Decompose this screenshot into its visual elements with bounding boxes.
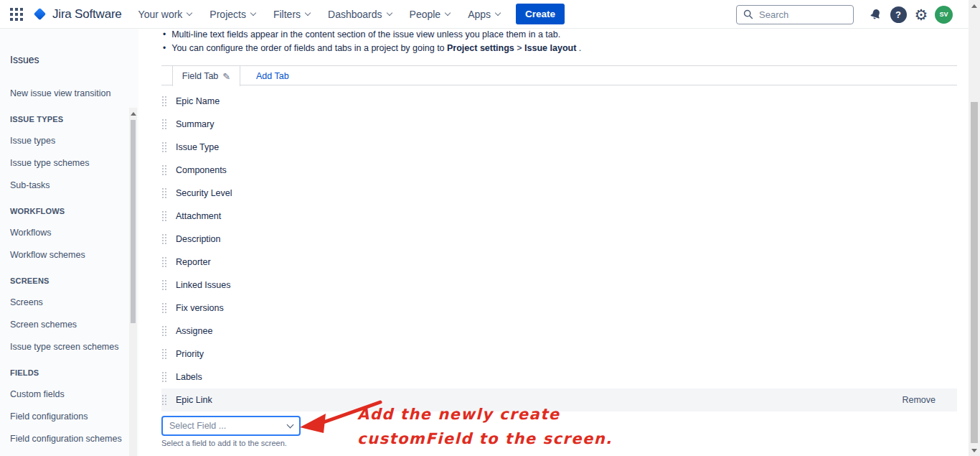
drag-handle-icon[interactable] bbox=[161, 256, 167, 268]
field-row[interactable]: Epic Name bbox=[161, 90, 957, 113]
chevron-down-icon bbox=[187, 9, 192, 15]
notifications-button[interactable] bbox=[864, 3, 887, 26]
field-label: Reporter bbox=[176, 257, 211, 267]
scroll-up-arrow-icon[interactable] bbox=[131, 112, 136, 116]
drag-handle-icon[interactable] bbox=[161, 164, 167, 176]
sidebar-scrollbar[interactable] bbox=[129, 108, 137, 456]
field-label: Components bbox=[176, 165, 227, 175]
sidebar-item[interactable]: Screen schemes bbox=[0, 314, 128, 336]
nav-menu-item[interactable]: Projects bbox=[209, 9, 255, 20]
field-row[interactable]: Fix versions bbox=[161, 297, 957, 320]
remove-field-link[interactable]: Remove bbox=[902, 395, 957, 405]
field-row[interactable]: Reporter bbox=[161, 251, 957, 274]
sidebar-item[interactable]: Issue type screen schemes bbox=[0, 336, 128, 358]
drag-handle-icon[interactable] bbox=[161, 233, 167, 245]
create-button[interactable]: Create bbox=[516, 4, 565, 24]
nav-menu-item[interactable]: Your work bbox=[138, 9, 192, 20]
nav-menu-item[interactable]: Filters bbox=[273, 9, 310, 20]
chevron-down-icon bbox=[445, 9, 451, 15]
search-box[interactable] bbox=[736, 5, 854, 24]
sidebar-item[interactable]: Issue types bbox=[0, 130, 128, 152]
drag-handle-icon[interactable] bbox=[161, 394, 167, 406]
sidebar-section-header: WORKFLOWS bbox=[0, 201, 128, 222]
drag-handle-icon[interactable] bbox=[161, 118, 167, 130]
field-label: Summary bbox=[176, 119, 214, 129]
field-list: Epic Name Summary Issue Type Components … bbox=[161, 90, 957, 388]
jira-logo[interactable]: Jira Software bbox=[32, 6, 122, 22]
nav-menu-label: Dashboards bbox=[328, 9, 382, 20]
app-switcher-icon[interactable] bbox=[10, 8, 23, 21]
search-icon bbox=[743, 9, 753, 19]
field-row[interactable]: Security Level bbox=[161, 182, 957, 205]
field-label: Epic Link bbox=[176, 395, 212, 405]
drag-handle-icon[interactable] bbox=[161, 96, 167, 107]
nav-menu-label: Projects bbox=[209, 9, 246, 20]
field-row[interactable]: Assignee bbox=[161, 320, 957, 343]
sidebar-item[interactable]: Screens bbox=[0, 292, 128, 314]
field-row[interactable]: Attachment bbox=[161, 205, 957, 228]
chevron-down-icon bbox=[386, 9, 392, 15]
bullet-text: Multi-line text fields appear in the con… bbox=[171, 29, 560, 39]
avatar[interactable]: SV bbox=[935, 6, 953, 24]
nav-menu-item[interactable]: Dashboards bbox=[328, 9, 392, 20]
field-label: Epic Name bbox=[176, 96, 220, 106]
main-nav-menu: Your work Projects Filters Dashboards Pe… bbox=[138, 9, 500, 20]
field-row[interactable]: Components bbox=[161, 159, 957, 182]
tab-field-tab[interactable]: Field Tab ✎ bbox=[172, 66, 240, 86]
scroll-down-arrow-icon[interactable] bbox=[971, 449, 977, 452]
drag-handle-icon[interactable] bbox=[161, 348, 167, 360]
help-button[interactable] bbox=[887, 3, 910, 26]
nav-menu-item[interactable]: People bbox=[410, 9, 451, 20]
sidebar-item[interactable]: Field configurations bbox=[0, 406, 128, 428]
edit-pencil-icon[interactable]: ✎ bbox=[222, 72, 230, 81]
info-bullet: • You can configure the order of fields … bbox=[163, 43, 581, 53]
field-row[interactable]: Priority bbox=[161, 343, 957, 366]
drag-handle-icon[interactable] bbox=[161, 187, 167, 199]
scroll-up-arrow-icon[interactable] bbox=[971, 4, 977, 8]
sidebar-section-header: FIELDS bbox=[0, 363, 128, 383]
select-field-placeholder: Select Field ... bbox=[169, 421, 226, 431]
annotation-text-line1: Add the newly create bbox=[357, 406, 560, 423]
drag-handle-icon[interactable] bbox=[161, 325, 167, 337]
search-input[interactable] bbox=[759, 9, 839, 20]
add-tab-link[interactable]: Add Tab bbox=[249, 66, 289, 86]
field-label: Labels bbox=[176, 372, 202, 382]
page-scrollbar[interactable] bbox=[969, 0, 980, 456]
field-label: Assignee bbox=[176, 326, 212, 336]
field-row[interactable]: Description bbox=[161, 228, 957, 251]
app-title: Jira Software bbox=[52, 7, 122, 22]
navbar-right: ⚙ SV bbox=[736, 0, 953, 29]
field-row[interactable]: Linked Issues bbox=[161, 274, 957, 297]
field-row[interactable]: Labels bbox=[161, 366, 957, 388]
drag-handle-icon[interactable] bbox=[161, 371, 167, 383]
tab-bar: Field Tab ✎ Add Tab bbox=[161, 65, 957, 85]
jira-diamond-icon bbox=[32, 6, 47, 22]
drag-handle-icon[interactable] bbox=[161, 302, 167, 314]
drag-handle-icon[interactable] bbox=[161, 210, 167, 222]
nav-menu-label: Filters bbox=[273, 9, 301, 20]
sidebar-item[interactable]: Sub-tasks bbox=[0, 175, 128, 197]
nav-menu-label: Your work bbox=[138, 9, 183, 20]
page-scrollbar-thumb[interactable] bbox=[971, 102, 978, 443]
field-row[interactable]: Summary bbox=[161, 113, 957, 136]
select-field-dropdown[interactable]: Select Field ... bbox=[161, 416, 301, 436]
settings-sidebar: Issues New issue view transitionISSUE TY… bbox=[0, 29, 138, 456]
field-row[interactable]: Issue Type bbox=[161, 136, 957, 159]
sidebar-scrollbar-thumb[interactable] bbox=[131, 120, 136, 323]
sidebar-item[interactable]: Issue type schemes bbox=[0, 152, 128, 175]
annotation-text-line2: customField to the screen. bbox=[357, 430, 613, 447]
settings-button[interactable]: ⚙ bbox=[910, 3, 933, 26]
sidebar-item[interactable]: New issue view transition bbox=[0, 83, 128, 105]
nav-menu-item[interactable]: Apps bbox=[468, 9, 500, 20]
tab-label: Field Tab bbox=[182, 71, 219, 81]
drag-handle-icon[interactable] bbox=[161, 141, 167, 153]
sidebar-item[interactable]: Workflows bbox=[0, 222, 128, 244]
field-label: Priority bbox=[176, 349, 204, 359]
question-mark-icon bbox=[890, 6, 907, 23]
sidebar-item[interactable]: Field configuration schemes bbox=[0, 428, 128, 450]
bell-icon bbox=[869, 8, 882, 22]
sidebar-item[interactable]: Workflow schemes bbox=[0, 244, 128, 266]
sidebar-item[interactable]: Custom fields bbox=[0, 383, 128, 406]
jira-screen-config-page: Jira Software Your work Projects Filters… bbox=[0, 0, 980, 456]
drag-handle-icon[interactable] bbox=[161, 279, 167, 291]
